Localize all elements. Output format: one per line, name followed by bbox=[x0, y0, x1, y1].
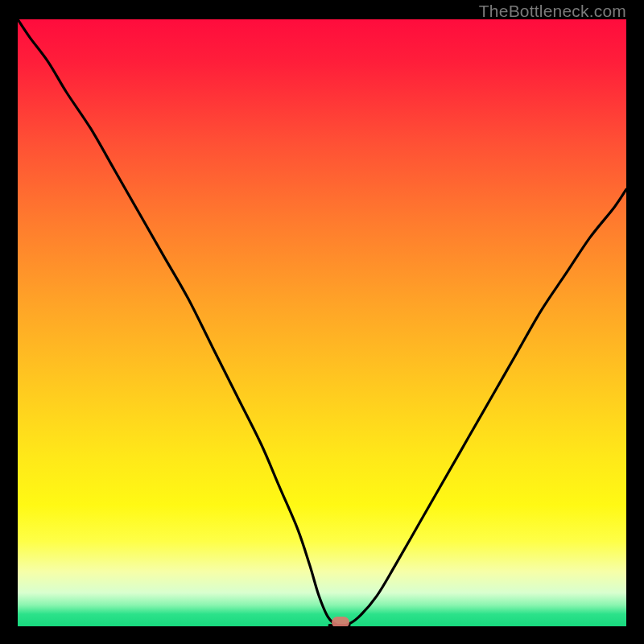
bottleneck-curve bbox=[18, 19, 626, 626]
attribution-text: TheBottleneck.com bbox=[479, 2, 626, 21]
curve-path bbox=[18, 19, 626, 626]
chart-frame: TheBottleneck.com bbox=[0, 0, 644, 644]
plot-area bbox=[18, 19, 626, 626]
optimal-point-marker bbox=[332, 617, 349, 626]
